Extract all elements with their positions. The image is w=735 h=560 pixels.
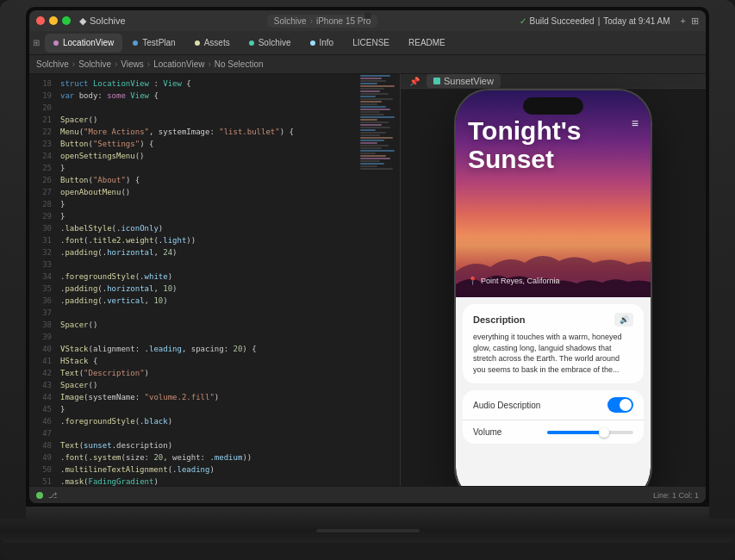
nav-sep2: › [115,59,117,69]
tab-readme[interactable]: README [400,34,454,53]
iphone-mockup: Tonight's Sunset ≡ 📍 Point Reyes, Califo… [454,89,652,486]
app-icon: ◆ [79,16,86,27]
minimize-button[interactable] [49,16,58,25]
code-line-49: .font(.system(size: 20, weight: .medium)… [57,451,357,464]
status-bar: ⎇ Line: 1 Col: 1 [29,486,706,503]
audio-description-label: Audio Description [473,401,540,410]
breadcrumb-sep1: › [310,16,313,26]
tab-label-solchive: Solchive [258,38,291,47]
breadcrumb-nav: Solchive › iPhone 15 Pro [267,15,378,28]
horizon-silhouette [456,228,651,297]
tab-dot-assets [195,40,200,46]
tab-testplan[interactable]: TestPlan [124,34,184,53]
preview-toolbar: 📌 SunsetView [401,74,706,89]
ln-49: 49 [42,451,52,464]
code-line-22: Menu("More Actions", systemImage: "list.… [57,126,357,138]
app-name: ◆ Solchive [79,16,126,27]
code-line-24: openSettingsMenu() [57,150,357,162]
code-line-48: Text(sunset.description) [57,439,357,451]
tab-label-readme: README [408,38,445,47]
preview-title: SunsetView [427,74,501,88]
tab-dot-solchive [249,40,254,46]
ln-51: 51 [42,476,52,486]
close-button[interactable] [36,16,45,25]
tab-locationview[interactable]: LocationView [45,34,122,53]
tab-assets[interactable]: Assets [186,34,239,53]
code-line-38: Spacer() [57,319,357,331]
ln-43: 43 [42,379,52,391]
ln-35: 35 [42,283,52,295]
laptop-base [0,519,735,543]
iphone-notch [523,97,583,115]
ln-27: 27 [42,186,52,198]
code-line-27: openAboutMenu() [57,186,357,198]
tab-dot-testplan [133,40,138,46]
sunset-body: Description 🔊 everything it touches with… [456,297,651,486]
tab-bar-left-icon: ⊞ [33,38,40,47]
tab-label-assets: Assets [204,38,230,47]
build-status-text: Build Succeeded [530,16,595,26]
ln-33: 33 [42,258,52,271]
traffic-lights [36,16,71,25]
nav-item-no-selection: No Selection [215,59,264,69]
code-line-25: } [57,162,357,174]
nav-sep1: › [72,59,75,69]
sunset-app: Tonight's Sunset ≡ 📍 Point Reyes, Califo… [456,90,651,486]
ln-34: 34 [42,271,52,283]
laptop-shell: ◆ Solchive Solchive › iPhone 15 Pro ✓ Bu… [0,0,735,560]
tab-info[interactable]: Info [302,34,343,53]
ln-37: 37 [42,307,52,319]
code-line-39 [57,331,357,343]
nav-item-solchive2: Solchive [78,59,111,69]
maximize-button[interactable] [62,16,71,25]
audio-description-toggle[interactable] [607,397,633,413]
add-icon[interactable]: + [681,16,686,26]
tab-dot-info [310,40,315,46]
ln-31: 31 [42,234,52,246]
tab-license[interactable]: LICENSE [344,34,398,53]
ln-50: 50 [42,464,52,476]
ln-22: 22 [42,126,52,138]
tab-dot-locationview [53,40,59,46]
sunset-title-line2: Sunset [468,145,554,173]
git-status-dot [36,492,43,499]
build-time-sep: | [598,16,601,26]
nav-breadcrumb: Solchive › Solchive › Views › LocationVi… [36,59,264,69]
code-line-30: .labelStyle(.iconOnly) [57,222,357,234]
volume-slider[interactable] [547,431,633,434]
sunset-location: 📍 Point Reyes, California [468,277,560,285]
status-left: ⎇ [36,491,57,500]
menu-bar: ◆ Solchive Solchive › iPhone 15 Pro ✓ Bu… [29,10,706,31]
layout-icon[interactable]: ⊞ [691,16,699,27]
ln-29: 29 [42,210,52,222]
nav-sep3: › [147,59,150,69]
code-line-41: HStack { [57,355,357,367]
code-lines[interactable]: struct LocationView : View { var body: s… [57,74,357,486]
ln-20: 20 [42,102,52,114]
nav-item-locationview: LocationView [153,59,204,69]
tab-label-license: LICENSE [352,38,389,47]
code-line-23: Button("Settings") { [57,138,357,150]
ln-25: 25 [42,162,52,174]
code-line-47 [57,427,357,439]
ln-47: 47 [42,427,52,439]
trackpad-notch [316,529,420,532]
code-line-28: } [57,198,357,210]
location-text: Point Reyes, California [481,277,560,285]
code-line-32: .padding(.horizontal, 24) [57,246,357,258]
code-line-50: .multilineTextAlignment(.leading) [57,464,357,476]
nav-item-views: Views [121,59,144,69]
nav-item-solchive1: Solchive [36,59,69,69]
code-editor: 18 19 20 21 22 23 24 25 26 27 28 29 [29,74,400,486]
volume-icon: 🔊 [614,313,633,327]
ln-42: 42 [42,367,52,379]
desc-header: Description 🔊 [473,313,633,327]
nav-sep4: › [208,59,210,69]
breadcrumb-device: iPhone 15 Pro [316,16,371,26]
code-line-44: Image(systemName: "volume.2.fill") [57,391,357,403]
code-line-33 [57,258,357,271]
tab-bar: ⊞ LocationView TestPlan Assets Solchive [29,31,706,55]
volume-row: Volume [463,420,644,444]
build-success-icon: ✓ [520,16,526,26]
tab-solchive[interactable]: Solchive [240,34,300,53]
